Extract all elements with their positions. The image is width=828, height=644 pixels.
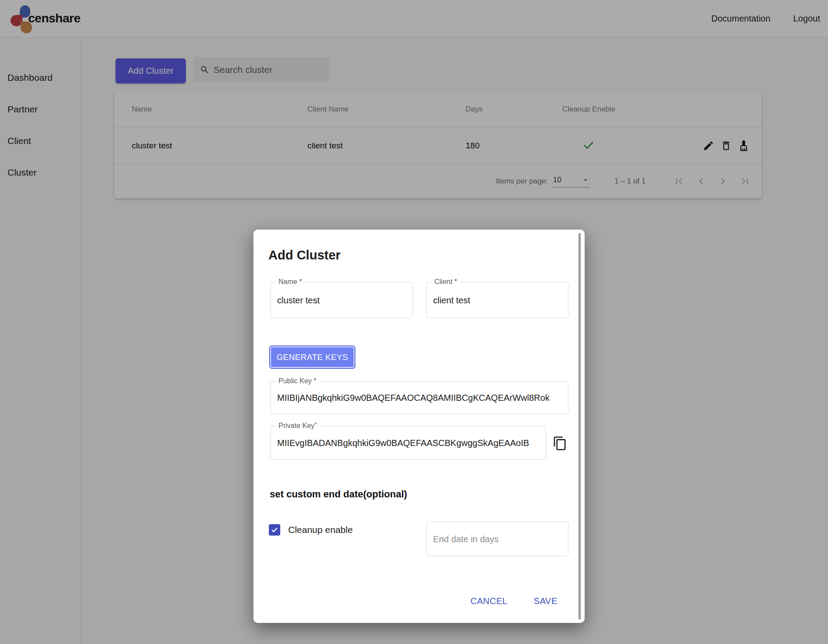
- public-key-field[interactable]: Public Key * MIIBIjANBgkqhkiG9w0BAQEFAAO…: [270, 381, 568, 414]
- private-key-label: Private Key": [276, 422, 319, 430]
- cleanup-enable-label: Cleanup enable: [288, 525, 353, 535]
- client-field-label: Client *: [432, 278, 459, 286]
- name-field[interactable]: Name * cluster test: [270, 282, 413, 318]
- modal-scrollbar[interactable]: [579, 233, 581, 619]
- client-field-value: client test: [433, 295, 564, 305]
- dialog-title: Add Cluster: [268, 248, 340, 263]
- cleanup-enable-row: Cleanup enable: [269, 524, 353, 536]
- end-date-field[interactable]: End date in days: [426, 522, 568, 556]
- copy-icon: [553, 436, 568, 451]
- name-field-value: cluster test: [277, 295, 408, 305]
- public-key-value: MIIBIjANBgkqhkiG9w0BAQEFAAOCAQ8AMIIBCgKC…: [277, 392, 564, 403]
- private-key-field[interactable]: Private Key" MIIEvgIBADANBgkqhkiG9w0BAQE…: [270, 426, 546, 460]
- cleanup-enable-checkbox[interactable]: [269, 524, 280, 536]
- private-key-value: MIIEvgIBADANBgkqhkiG9w0BAQEFAASCBKgwggSk…: [277, 438, 541, 448]
- copy-private-key-button[interactable]: [553, 436, 568, 451]
- custom-end-date-heading: set custom end date(optional): [270, 489, 407, 500]
- public-key-label: Public Key *: [276, 377, 318, 385]
- add-cluster-dialog: Add Cluster Name * cluster test Client *…: [253, 230, 585, 623]
- client-field[interactable]: Client * client test: [426, 282, 568, 318]
- save-button[interactable]: SAVE: [534, 596, 557, 606]
- checkbox-check-icon: [271, 526, 278, 534]
- name-field-label: Name *: [276, 278, 304, 286]
- dialog-actions: CANCEL SAVE: [470, 596, 557, 606]
- app-root: censhare Documentation Logout Dashboard …: [0, 0, 828, 644]
- cancel-button[interactable]: CANCEL: [470, 596, 507, 606]
- end-date-placeholder: End date in days: [433, 534, 564, 544]
- generate-keys-button[interactable]: GENERATE KEYS: [269, 345, 355, 369]
